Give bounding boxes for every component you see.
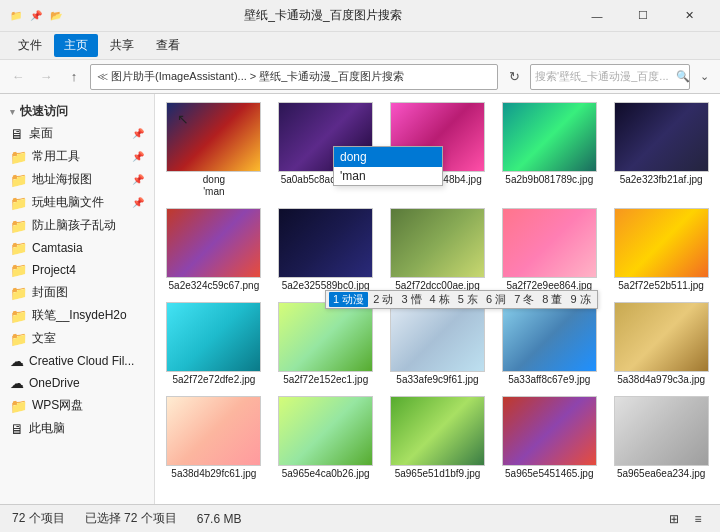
autocomplete-selected-item[interactable]: dong	[334, 147, 442, 167]
pin-indicator: 📌	[132, 197, 144, 208]
sidebar-item-cover[interactable]: 📁 封面图	[2, 281, 152, 304]
menu-file[interactable]: 文件	[8, 34, 52, 57]
file-name: 5a38d4a979c3a.jpg	[614, 374, 709, 386]
file-thumbnail	[166, 302, 261, 372]
breadcrumb[interactable]: ≪ 图片助手(ImageAssistant)... > 壁纸_卡通动漫_百度图片…	[90, 64, 498, 90]
list-item[interactable]: 5a965e51d1bf9.jpg	[383, 392, 493, 484]
ime-bar: 1 动漫 2 动 3 懵 4 栋 5 东 6 洞 7 冬 8 董 9 冻	[325, 290, 598, 309]
file-thumbnail	[614, 396, 709, 466]
sidebar-item-wps[interactable]: 📁 WPS网盘	[2, 394, 152, 417]
folder-icon: 📁	[10, 285, 27, 301]
main-area: ▾ 快速访问 🖥 桌面 📌 📁 常用工具 📌 📁 地址海报图 📌 📁 玩蛙电脑文…	[0, 94, 720, 504]
menu-view[interactable]: 查看	[146, 34, 190, 57]
status-size: 67.6 MB	[197, 512, 242, 526]
pin-indicator: 📌	[132, 151, 144, 162]
ime-item-6[interactable]: 6 洞	[483, 292, 509, 307]
ime-item-4[interactable]: 4 栋	[427, 292, 453, 307]
pin-indicator: 📌	[132, 128, 144, 139]
file-name: 5a2f72e152ec1.jpg	[278, 374, 373, 386]
search-input[interactable]	[535, 71, 673, 83]
ime-item-5[interactable]: 5 东	[455, 292, 481, 307]
list-item[interactable]: 5a2e324c59c67.png	[159, 204, 269, 296]
maximize-button[interactable]: ☐	[620, 0, 666, 32]
menu-share[interactable]: 共享	[100, 34, 144, 57]
file-name: 5a2f72e72dfe2.jpg	[166, 374, 261, 386]
ime-item-8[interactable]: 8 董	[539, 292, 565, 307]
sidebar-item-parental[interactable]: 📁 防止脑孩子乱动	[2, 214, 152, 237]
file-thumbnail	[614, 302, 709, 372]
cloud-icon: ☁	[10, 375, 24, 391]
list-item[interactable]: 5a2f72e72dfe2.jpg	[159, 298, 269, 390]
file-thumbnail	[614, 208, 709, 278]
status-selected: 已选择 72 个项目	[85, 510, 177, 527]
breadcrumb-text: ≪ 图片助手(ImageAssistant)... > 壁纸_卡通动漫_百度图片…	[97, 69, 404, 84]
refresh-button[interactable]: ↻	[502, 65, 526, 89]
folder-icon: 📁	[10, 172, 27, 188]
list-item[interactable]: 5a2f72dcc00ae.jpg	[383, 204, 493, 296]
list-item[interactable]: 5a2b9b081789c.jpg	[494, 98, 604, 202]
minimize-button[interactable]: —	[574, 0, 620, 32]
list-item[interactable]: 5a965e5451465.jpg	[494, 392, 604, 484]
ime-item-2[interactable]: 2 动	[370, 292, 396, 307]
list-item[interactable]: 5a2f72e52b511.jpg	[606, 204, 716, 296]
list-item[interactable]: ↖ dong 'man dong'man	[159, 98, 269, 202]
up-button[interactable]: ↑	[62, 65, 86, 89]
list-item[interactable]: 5a2f72e9ee864.jpg	[494, 204, 604, 296]
folder-icon: 📁	[10, 149, 27, 165]
list-item[interactable]: 5a2f72e152ec1.jpg	[271, 298, 381, 390]
list-item[interactable]: 5a2e325589bc0.jpg	[271, 204, 381, 296]
view-grid-button[interactable]: ⊞	[664, 509, 684, 529]
ime-item-7[interactable]: 7 冬	[511, 292, 537, 307]
file-thumbnail	[614, 102, 709, 172]
ime-selected-item[interactable]: 1 动漫	[329, 292, 368, 307]
address-bar: ← → ↑ ≪ 图片助手(ImageAssistant)... > 壁纸_卡通动…	[0, 60, 720, 94]
file-thumbnail	[390, 396, 485, 466]
sidebar-item-camtasia[interactable]: 📁 Camtasia	[2, 237, 152, 259]
file-name: 5a38d4b29fc61.jpg	[166, 468, 261, 480]
list-item[interactable]: 5a38d4a979c3a.jpg	[606, 298, 716, 390]
close-button[interactable]: ✕	[666, 0, 712, 32]
file-area: ↖ dong 'man dong'man 5a0ab5c8ac4bc.png 5…	[155, 94, 720, 504]
menu-home[interactable]: 主页	[54, 34, 98, 57]
list-item[interactable]: 5a33aff8c67e9.jpg	[494, 298, 604, 390]
sidebar-item-insyde[interactable]: 📁 联笔__InsydeH2o	[2, 304, 152, 327]
file-thumbnail	[502, 302, 597, 372]
sidebar-item-common-tools[interactable]: 📁 常用工具 📌	[2, 145, 152, 168]
list-item[interactable]: 5a2e323fb21af.jpg	[606, 98, 716, 202]
file-thumbnail	[278, 396, 373, 466]
file-name: 5a965e51d1bf9.jpg	[390, 468, 485, 480]
list-item[interactable]: 5a33afe9c9f61.jpg	[383, 298, 493, 390]
forward-button[interactable]: →	[34, 65, 58, 89]
file-name: 5a33aff8c67e9.jpg	[502, 374, 597, 386]
file-thumbnail	[278, 208, 373, 278]
ime-item-3[interactable]: 3 懵	[398, 292, 424, 307]
sidebar-item-this-pc[interactable]: 🖥 此电脑	[2, 417, 152, 440]
list-item[interactable]: 5a965ea6ea234.jpg	[606, 392, 716, 484]
list-item[interactable]: 5a38d4b29fc61.jpg	[159, 392, 269, 484]
view-list-button[interactable]: ≡	[688, 509, 708, 529]
sidebar-item-creative-cloud[interactable]: ☁ Creative Cloud Fil...	[2, 350, 152, 372]
sidebar-section-quick-access: ▾ 快速访问	[2, 98, 152, 122]
sidebar-item-map[interactable]: 📁 地址海报图 📌	[2, 168, 152, 191]
file-thumbnail	[166, 396, 261, 466]
window-title: 壁纸_卡通动漫_百度图片搜索	[72, 7, 574, 24]
list-item[interactable]: 5a965e4ca0b26.jpg	[271, 392, 381, 484]
ime-item-9[interactable]: 9 冻	[568, 292, 594, 307]
sidebar-item-project4[interactable]: 📁 Project4	[2, 259, 152, 281]
pin-icon: 📌	[28, 8, 44, 24]
sidebar-item-toys[interactable]: 📁 玩蛙电脑文件 📌	[2, 191, 152, 214]
sidebar-item-wen[interactable]: 📁 文室	[2, 327, 152, 350]
sidebar-item-desktop[interactable]: 🖥 桌面 📌	[2, 122, 152, 145]
file-thumbnail: ↖	[166, 102, 261, 172]
back-button[interactable]: ←	[6, 65, 30, 89]
file-name: 5a2b9b081789c.jpg	[502, 174, 597, 186]
search-box[interactable]: 🔍	[530, 64, 690, 90]
folder-icon: 📂	[48, 8, 64, 24]
autocomplete-item[interactable]: 'man	[334, 167, 442, 185]
file-name: 5a2e323fb21af.jpg	[614, 174, 709, 186]
wps-icon: 📁	[10, 398, 27, 414]
expand-options-icon[interactable]: ⌄	[694, 67, 714, 87]
window-icon: 📁	[8, 8, 24, 24]
sidebar-item-onedrive[interactable]: ☁ OneDrive	[2, 372, 152, 394]
window-controls: — ☐ ✕	[574, 0, 712, 32]
